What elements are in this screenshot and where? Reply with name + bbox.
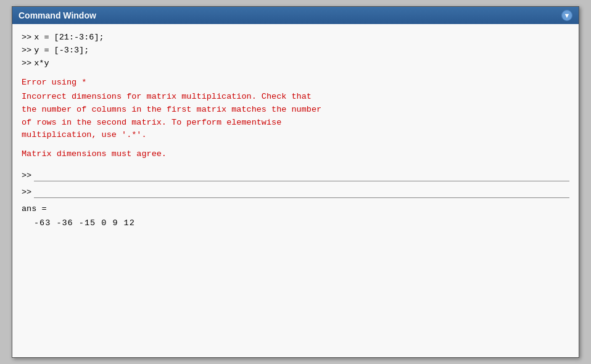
prompt-empty-2: >> <box>22 186 31 199</box>
title-bar: Command Window ▼ <box>12 7 579 24</box>
empty-input-1[interactable] <box>34 172 569 181</box>
code-1: x = [21:-3:6]; <box>34 31 104 44</box>
prompt-empty-1: >> <box>22 170 31 183</box>
error-header: Error using * <box>22 77 569 89</box>
ans-values: -63 -36 -15 0 9 12 <box>22 217 569 230</box>
command-line-2: >> y = [-3:3]; <box>22 44 569 57</box>
error-body: Incorrect dimensions for matrix multipli… <box>22 91 569 143</box>
content-area: >> x = [21:-3:6]; >> y = [-3:3]; >> x*y … <box>12 24 579 357</box>
code-2: y = [-3:3]; <box>34 44 89 57</box>
command-line-3: >> x*y <box>22 57 569 70</box>
ans-label: ans = <box>22 203 569 216</box>
empty-prompt-2: >> <box>22 186 569 199</box>
empty-input-2[interactable] <box>34 188 569 198</box>
error-body-line-1: Incorrect dimensions for matrix multipli… <box>22 91 569 104</box>
ans-section: ans = -63 -36 -15 0 9 12 <box>22 203 569 230</box>
command-window: Command Window ▼ >> x = [21:-3:6]; >> y … <box>12 6 579 358</box>
error-body-line-3: of rows in the second matrix. To perform… <box>22 117 569 130</box>
window-title: Command Window <box>19 10 96 20</box>
title-bar-button[interactable]: ▼ <box>561 10 572 21</box>
prompt-3: >> <box>22 57 31 70</box>
prompt-1: >> <box>22 31 31 44</box>
prompt-2: >> <box>22 44 31 57</box>
empty-prompt-1: >> <box>22 170 569 183</box>
error-body-line-4: multiplication, use '.*'. <box>22 129 569 142</box>
error-body-line-2: the number of columns in the first matri… <box>22 104 569 117</box>
command-line-1: >> x = [21:-3:6]; <box>22 31 569 44</box>
error-note: Matrix dimensions must agree. <box>22 148 569 161</box>
error-note-text: Matrix dimensions must agree. <box>22 148 569 161</box>
title-bar-icon: ▼ <box>564 12 571 19</box>
code-3: x*y <box>34 57 49 70</box>
